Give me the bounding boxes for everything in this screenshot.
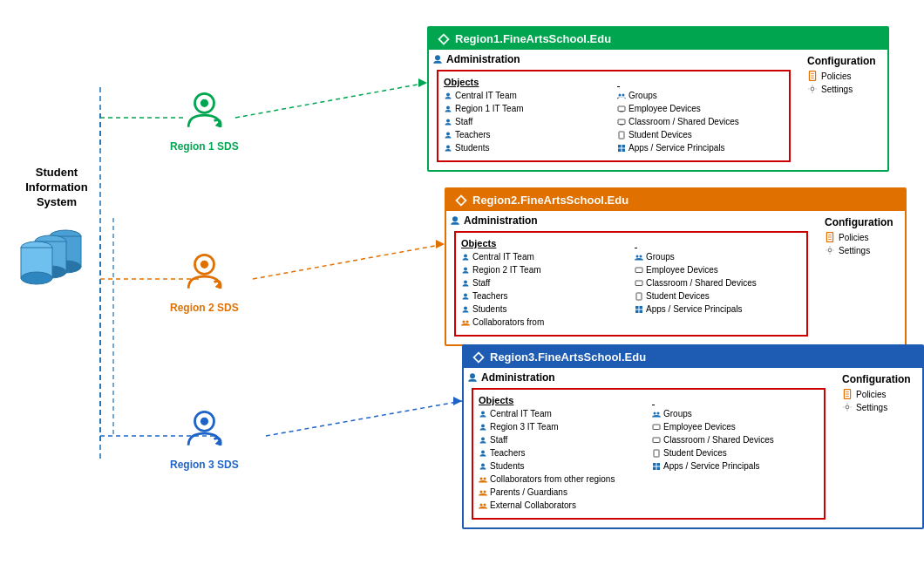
region1-obj-groups: Groups — [617, 90, 784, 101]
svg-rect-92 — [653, 425, 660, 430]
svg-point-75 — [828, 248, 832, 252]
region2-policies: Policies — [825, 232, 898, 242]
region1-sds-icon — [180, 87, 228, 135]
svg-point-88 — [480, 503, 483, 506]
region3-col1: Objects Central IT Team Region 3 IT Team — [479, 395, 645, 513]
region1-col2: Groups Employee Devices Classroom / Shar… — [617, 77, 784, 155]
svg-line-7 — [253, 244, 445, 279]
region1-objects: Objects Central IT Team Region 1 IT Team — [444, 77, 784, 155]
region2-admin-title: Administration — [450, 214, 812, 227]
svg-rect-95 — [653, 463, 656, 466]
region3-sds: Region 3 SDS — [170, 405, 239, 471]
svg-rect-67 — [635, 306, 639, 310]
svg-point-35 — [446, 145, 450, 148]
svg-line-10 — [266, 401, 462, 436]
svg-point-54 — [452, 216, 458, 221]
region3-config-title: Configuration — [842, 373, 915, 385]
region3-objects-label2 — [652, 395, 819, 405]
svg-point-60 — [463, 320, 465, 323]
region1-sds: Region 1 SDS — [170, 87, 239, 153]
svg-rect-45 — [618, 148, 622, 152]
region3-obj-classroom: Classroom / Shared Devices — [652, 434, 819, 446]
svg-point-56 — [464, 267, 467, 270]
region2-obj-central-it: Central IT Team — [461, 251, 628, 262]
svg-point-91 — [657, 412, 660, 414]
svg-rect-44 — [622, 145, 626, 148]
svg-rect-97 — [653, 466, 656, 470]
region1-body: Administration Objects Central IT Team — [429, 50, 887, 170]
region1-header: Region1.FineArtsSchool.Edu — [429, 28, 887, 50]
region3-obj-central-it: Central IT Team — [479, 408, 645, 419]
svg-point-90 — [654, 412, 656, 414]
region2-title: Region2.FineArtsSchool.Edu — [472, 194, 628, 207]
diagram-container: Student Information System Region 1 SDS — [0, 0, 924, 585]
region3-settings: Settings — [842, 402, 915, 412]
svg-point-25 — [200, 261, 208, 269]
region2-card: Region2.FineArtsSchool.Edu Administratio… — [445, 187, 907, 346]
svg-marker-8 — [436, 240, 445, 248]
svg-point-83 — [481, 463, 485, 466]
svg-point-62 — [636, 255, 639, 257]
svg-point-36 — [619, 93, 622, 96]
svg-point-85 — [484, 477, 486, 480]
region2-obj-region-it: Region 2 IT Team — [461, 264, 628, 275]
svg-point-59 — [464, 306, 467, 310]
region3-config: Configuration Policies Settings — [835, 368, 922, 527]
svg-point-89 — [484, 503, 486, 506]
svg-point-27 — [200, 418, 208, 425]
region1-obj-teachers: Teachers — [444, 129, 610, 140]
region1-obj-classroom: Classroom / Shared Devices — [617, 116, 784, 127]
region2-admin-section: Objects Central IT Team Region 2 IT Team — [454, 231, 808, 337]
svg-rect-42 — [619, 132, 624, 139]
svg-point-84 — [480, 477, 483, 480]
svg-rect-98 — [657, 466, 661, 470]
region1-settings: Settings — [807, 84, 880, 94]
region3-admin-section: Objects Central IT Team Region 3 IT Team — [472, 388, 825, 520]
svg-point-103 — [846, 405, 849, 409]
svg-rect-65 — [635, 281, 642, 286]
svg-rect-40 — [618, 119, 625, 125]
region3-card: Region3.FineArtsSchool.Edu Administratio… — [462, 344, 924, 529]
svg-point-31 — [446, 92, 450, 96]
region1-objects-label2 — [617, 77, 784, 87]
region2-body: Administration Objects Central IT Team — [446, 211, 905, 344]
svg-rect-39 — [620, 111, 623, 112]
svg-point-57 — [464, 280, 467, 283]
region2-obj-students: Students — [461, 303, 628, 315]
region2-obj-teachers: Teachers — [461, 290, 628, 302]
region1-objects-label: Objects — [444, 77, 610, 87]
svg-point-21 — [21, 272, 52, 284]
region3-obj-parents: Parents / Guardians — [479, 486, 645, 498]
svg-point-86 — [480, 490, 483, 493]
region3-policies: Policies — [842, 389, 915, 399]
svg-marker-5 — [418, 78, 427, 87]
region3-obj-student-dev: Student Devices — [652, 447, 819, 459]
svg-point-63 — [640, 255, 642, 257]
region1-sds-label: Region 1 SDS — [170, 140, 239, 153]
region2-admin-icon — [450, 215, 460, 226]
region2-objects-label2 — [635, 238, 801, 248]
svg-rect-41 — [620, 124, 623, 125]
region2-col2: Groups Employee Devices Classroom / Shar… — [635, 238, 801, 330]
region1-title: Region1.FineArtsSchool.Edu — [455, 32, 611, 45]
region2-diamond-icon — [455, 194, 467, 207]
region1-obj-central-it: Central IT Team — [444, 90, 610, 101]
region2-obj-groups: Groups — [635, 251, 801, 262]
region2-obj-student-dev: Student Devices — [635, 290, 801, 302]
region2-config-title: Configuration — [825, 216, 898, 228]
sis-label: Student Information System — [17, 166, 96, 210]
region2-obj-classroom: Classroom / Shared Devices — [635, 277, 801, 289]
region3-obj-employee-dev: Employee Devices — [652, 421, 819, 432]
svg-rect-38 — [618, 106, 625, 112]
region2-objects-label: Objects — [461, 238, 628, 248]
region2-obj-collab: Collaborators from — [461, 316, 628, 328]
region1-obj-staff: Staff — [444, 116, 610, 127]
svg-point-55 — [464, 254, 467, 257]
svg-point-51 — [811, 87, 814, 91]
svg-point-23 — [200, 99, 208, 107]
region1-admin-section: Objects Central IT Team Region 1 IT Team — [437, 70, 791, 162]
region3-header: Region3.FineArtsSchool.Edu — [464, 346, 922, 368]
region1-col1: Objects Central IT Team Region 1 IT Team — [444, 77, 610, 155]
svg-point-80 — [481, 424, 485, 427]
region1-obj-region-it: Region 1 IT Team — [444, 103, 610, 114]
